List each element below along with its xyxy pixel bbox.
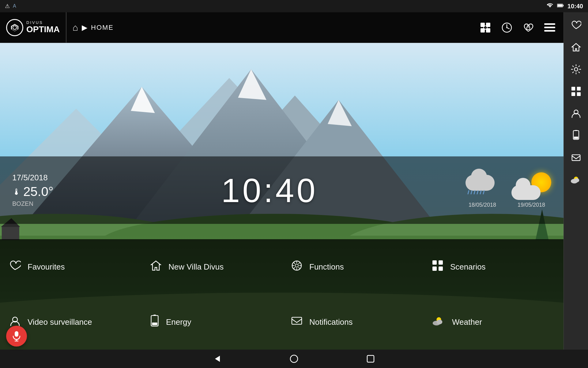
nav-breadcrumb: ⌂ ▶ HOME (66, 22, 120, 33)
android-icon: A (13, 3, 16, 9)
nav-home-icon[interactable]: ⌂ (73, 22, 78, 33)
forecast-day-1: 18/05/2018 (466, 172, 499, 208)
mic-button[interactable] (6, 326, 27, 347)
svg-rect-69 (367, 355, 374, 362)
svg-rect-2 (557, 4, 562, 7)
svg-point-68 (290, 355, 298, 362)
temp-row: 🌡 25.0° (12, 184, 74, 199)
menu-item-new-villa[interactable]: New Villa Divus (141, 239, 282, 294)
sidebar-item-weather[interactable] (566, 170, 586, 190)
svg-rect-53 (439, 260, 443, 265)
date-display: 17/5/2018 (12, 173, 74, 182)
svg-rect-18 (571, 87, 575, 90)
svg-rect-13 (527, 27, 530, 29)
svg-rect-58 (153, 314, 156, 316)
svg-marker-67 (215, 356, 220, 362)
back-button[interactable] (210, 351, 225, 366)
heart-lock-button[interactable] (521, 20, 536, 35)
scenarios-label: Scenarios (450, 262, 486, 272)
clock-display: 10:40 (74, 171, 466, 210)
svg-rect-14 (544, 23, 555, 25)
weather-icon (432, 315, 445, 329)
forecast-day-2: 19/05/2018 (511, 172, 551, 208)
new-villa-label: New Villa Divus (168, 262, 224, 272)
svg-rect-59 (152, 322, 157, 325)
svg-point-12 (506, 27, 507, 28)
sidebar-item-scenarios[interactable] (566, 82, 586, 101)
functions-label: Functions (309, 262, 344, 272)
svg-rect-19 (577, 87, 580, 90)
wifi-icon (547, 3, 553, 10)
svg-text:i: i (485, 27, 486, 29)
svg-rect-47 (2, 227, 19, 240)
home-button[interactable] (286, 351, 302, 366)
main-content: 17/5/2018 🌡 25.0° BOZEN 10:40 (0, 43, 564, 350)
svg-rect-15 (544, 27, 555, 28)
sidebar-item-notifications[interactable] (566, 148, 586, 167)
thermometer-icon: 🌡 (12, 187, 21, 197)
svg-rect-16 (544, 30, 555, 32)
weather-forecast: 18/05/2018 19/05/2018 (466, 172, 551, 208)
forecast-date-1: 18/05/2018 (469, 202, 496, 208)
notifications-label: Notifications (309, 317, 353, 327)
svg-rect-24 (575, 130, 577, 131)
svg-rect-21 (577, 92, 580, 96)
svg-rect-20 (571, 92, 575, 96)
svg-rect-64 (15, 331, 18, 337)
weather-menu-label: Weather (452, 317, 482, 327)
functions-icon (291, 260, 303, 274)
menu-item-functions[interactable]: Functions (282, 239, 423, 294)
logo-text: DIVUS OPTIMA (26, 21, 60, 34)
menu-item-notifications[interactable]: Notifications (282, 294, 423, 350)
energy-label: Energy (166, 317, 191, 327)
svg-rect-55 (439, 266, 443, 271)
navbar: DIVUS OPTIMA ⌂ ▶ HOME i (0, 12, 564, 43)
bottom-bar (0, 350, 588, 368)
svg-rect-52 (432, 260, 437, 265)
menu-item-weather[interactable]: Weather (423, 294, 564, 350)
sidebar-item-profile[interactable] (566, 104, 586, 123)
svg-point-63 (436, 320, 442, 324)
svg-rect-54 (432, 266, 437, 271)
date-temp-area: 17/5/2018 🌡 25.0° BOZEN (12, 173, 74, 207)
logo-area: DIVUS OPTIMA (0, 12, 66, 43)
favourites-icon (9, 260, 21, 274)
sidebar-item-favourites[interactable] (566, 15, 586, 35)
datetime-bar: 17/5/2018 🌡 25.0° BOZEN 10:40 (0, 156, 564, 224)
warning-icon: ⚠ (5, 3, 10, 10)
app-name: OPTIMA (26, 25, 60, 34)
video-surveillance-label: Video surveillance (28, 317, 92, 327)
recent-button[interactable] (363, 351, 378, 366)
svg-point-17 (574, 67, 578, 71)
city-display: BOZEN (12, 200, 74, 207)
sidebar-item-energy[interactable] (566, 126, 586, 145)
menu-item-energy[interactable]: Energy (141, 294, 282, 350)
status-left: ⚠ A (5, 3, 16, 10)
grid-button[interactable]: i (478, 20, 493, 35)
sidebar-item-settings[interactable] (566, 59, 586, 79)
energy-icon (150, 314, 159, 330)
status-bar: ⚠ A 10:40 (0, 0, 588, 12)
svg-rect-1 (563, 5, 564, 6)
nav-right: i (478, 20, 564, 35)
menu-grid: Favourites New Villa Divus Functions (0, 239, 564, 350)
logo-icon (6, 19, 23, 36)
menu-item-favourites[interactable]: Favourites (0, 239, 141, 294)
svg-point-29 (574, 178, 579, 182)
status-right: 10:40 (547, 3, 583, 10)
scenarios-icon (432, 260, 443, 274)
sidebar-item-home[interactable] (566, 37, 586, 57)
nav-arrow: ▶ (82, 23, 87, 32)
brand-name: DIVUS (26, 21, 60, 25)
menu-item-scenarios[interactable]: Scenarios (423, 239, 564, 294)
menu-button[interactable] (542, 20, 557, 35)
favourites-label: Favourites (28, 262, 65, 272)
new-villa-icon (150, 260, 162, 274)
clock-button[interactable] (499, 20, 514, 35)
nav-title: HOME (91, 24, 114, 32)
temperature-display: 25.0° (23, 184, 54, 199)
svg-point-51 (295, 264, 298, 267)
notifications-icon (291, 316, 303, 329)
battery-icon (557, 3, 564, 10)
svg-rect-26 (572, 155, 580, 161)
